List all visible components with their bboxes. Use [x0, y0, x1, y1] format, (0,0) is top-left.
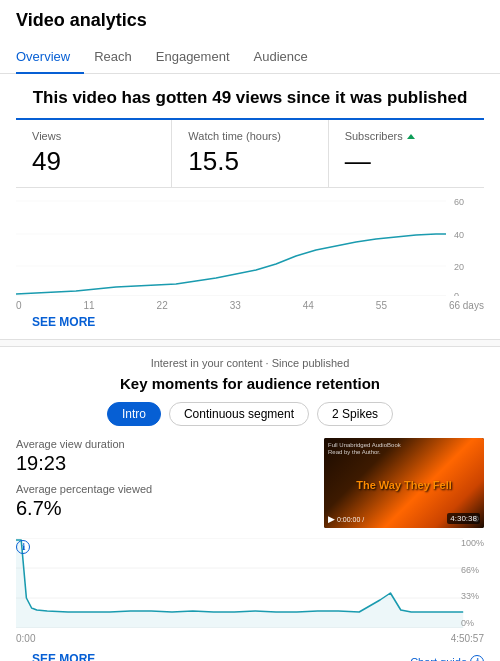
chart-guide[interactable]: Chart guide ℹ — [410, 655, 484, 661]
pill-buttons: Intro Continuous segment 2 Spikes — [16, 402, 484, 426]
subscribers-value: — — [345, 146, 468, 177]
thumbnail-duration: 4:30:38 — [447, 513, 480, 524]
overview-chart: 60 40 20 0 — [16, 196, 484, 296]
thumbnail-time: 0:00:00 / — [337, 516, 364, 523]
tab-engagement[interactable]: Engagement — [156, 41, 244, 74]
subscribers-up-icon — [407, 134, 415, 139]
avg-view-duration-value: 19:23 — [16, 452, 312, 475]
stat-views: Views 49 — [16, 120, 172, 187]
tab-audience[interactable]: Audience — [254, 41, 322, 74]
section2: Interest in your content · Since publish… — [0, 347, 500, 644]
avg-pct-viewed-value: 6.7% — [16, 497, 312, 520]
retention-y-labels: 100% 66% 33% 0% — [461, 538, 484, 628]
thumbnail-controls: ▶ 0:00:00 / — [328, 514, 364, 524]
retention-chart-svg — [16, 538, 484, 628]
svg-text:20: 20 — [454, 262, 464, 272]
chart-guide-label: Chart guide — [410, 656, 467, 661]
overview-headline: This video has gotten 49 views since it … — [0, 74, 500, 118]
key-moments-title: Key moments for audience retention — [16, 375, 484, 392]
overview-chart-svg: 60 40 20 0 — [16, 196, 484, 296]
avg-pct-viewed-row: Average percentage viewed 6.7% — [16, 483, 312, 520]
thumbnail-title: The Way They Fell — [328, 479, 480, 492]
stats-row: Views 49 Watch time (hours) 15.5 Subscri… — [16, 118, 484, 188]
page-header: Video analytics — [0, 0, 500, 31]
retention-info-icon[interactable]: ℹ — [16, 538, 30, 554]
play-icon: ▶ — [328, 514, 335, 524]
watch-time-value: 15.5 — [188, 146, 311, 177]
pill-continuous[interactable]: Continuous segment — [169, 402, 309, 426]
pill-spikes[interactable]: 2 Spikes — [317, 402, 393, 426]
video-thumbnail[interactable]: Full Unabridged AudioBookRead by the Aut… — [324, 438, 484, 528]
svg-text:0: 0 — [454, 291, 459, 296]
page-title: Video analytics — [16, 10, 484, 31]
bottom-row: SEE MORE Chart guide ℹ — [0, 646, 500, 661]
avg-view-duration-row: Average view duration 19:23 — [16, 438, 312, 475]
audience-info: Average view duration 19:23 Average perc… — [16, 438, 484, 528]
tab-overview[interactable]: Overview — [16, 41, 84, 74]
watch-time-label: Watch time (hours) — [188, 130, 311, 142]
views-value: 49 — [32, 146, 155, 177]
tabs-container: Overview Reach Engagement Audience — [0, 41, 500, 74]
avg-view-duration-label: Average view duration — [16, 438, 312, 450]
stat-watch-time: Watch time (hours) 15.5 — [172, 120, 328, 187]
avg-pct-viewed-label: Average percentage viewed — [16, 483, 312, 495]
svg-text:60: 60 — [454, 197, 464, 207]
chart-x-labels: 0 11 22 33 44 55 66 days — [0, 300, 500, 311]
tab-reach[interactable]: Reach — [94, 41, 146, 74]
retention-see-more[interactable]: SEE MORE — [16, 648, 111, 661]
chart-guide-info-icon: ℹ — [470, 655, 484, 661]
overview-see-more[interactable]: SEE MORE — [16, 311, 111, 339]
retention-chart-wrapper: ℹ 100% 66% 33% 0% — [16, 538, 484, 631]
interest-label: Interest in your content · Since publish… — [16, 357, 484, 369]
subscribers-label: Subscribers — [345, 130, 468, 142]
stat-subscribers: Subscribers — — [329, 120, 484, 187]
thumbnail-top-text: Full Unabridged AudioBookRead by the Aut… — [328, 442, 480, 456]
svg-text:40: 40 — [454, 230, 464, 240]
pill-intro[interactable]: Intro — [107, 402, 161, 426]
views-label: Views — [32, 130, 155, 142]
section-divider — [0, 339, 500, 347]
retention-x-labels: 0:00 4:50:57 — [16, 633, 484, 644]
avg-stats: Average view duration 19:23 Average perc… — [16, 438, 312, 528]
